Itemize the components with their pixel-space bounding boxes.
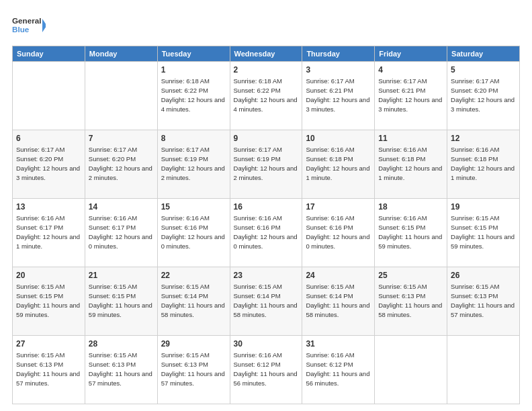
- day-number: 17: [306, 201, 371, 213]
- day-cell: 21Sunrise: 6:15 AM Sunset: 6:15 PM Dayli…: [85, 267, 157, 336]
- day-cell: 28Sunrise: 6:15 AM Sunset: 6:13 PM Dayli…: [85, 336, 157, 404]
- day-cell: 31Sunrise: 6:16 AM Sunset: 6:12 PM Dayli…: [302, 336, 375, 404]
- day-number: 7: [89, 133, 154, 144]
- day-info: Sunrise: 6:17 AM Sunset: 6:21 PM Dayligh…: [306, 77, 371, 113]
- week-row-3: 13Sunrise: 6:16 AM Sunset: 6:17 PM Dayli…: [13, 199, 520, 267]
- day-info: Sunrise: 6:16 AM Sunset: 6:12 PM Dayligh…: [306, 351, 371, 387]
- svg-text:General: General: [12, 16, 41, 25]
- day-info: Sunrise: 6:16 AM Sunset: 6:18 PM Dayligh…: [451, 145, 516, 182]
- col-header-tuesday: Tuesday: [157, 46, 230, 62]
- day-number: 28: [89, 338, 154, 350]
- day-number: 10: [306, 133, 371, 144]
- day-info: Sunrise: 6:17 AM Sunset: 6:19 PM Dayligh…: [234, 145, 299, 182]
- day-info: Sunrise: 6:15 AM Sunset: 6:13 PM Dayligh…: [16, 351, 81, 387]
- day-info: Sunrise: 6:15 AM Sunset: 6:14 PM Dayligh…: [161, 282, 226, 319]
- col-header-thursday: Thursday: [302, 46, 375, 62]
- day-info: Sunrise: 6:17 AM Sunset: 6:20 PM Dayligh…: [451, 77, 516, 113]
- day-cell: 10Sunrise: 6:16 AM Sunset: 6:18 PM Dayli…: [302, 130, 375, 199]
- day-cell: 8Sunrise: 6:17 AM Sunset: 6:19 PM Daylig…: [157, 130, 230, 199]
- day-cell: 9Sunrise: 6:17 AM Sunset: 6:19 PM Daylig…: [230, 130, 302, 199]
- day-cell: [447, 336, 520, 404]
- day-cell: 4Sunrise: 6:17 AM Sunset: 6:21 PM Daylig…: [375, 62, 447, 130]
- day-cell: 14Sunrise: 6:16 AM Sunset: 6:17 PM Dayli…: [85, 199, 157, 267]
- day-info: Sunrise: 6:16 AM Sunset: 6:18 PM Dayligh…: [306, 145, 371, 182]
- day-info: Sunrise: 6:15 AM Sunset: 6:13 PM Dayligh…: [89, 351, 154, 387]
- day-number: 12: [451, 133, 516, 144]
- day-number: 26: [451, 270, 516, 281]
- page: General Blue SundayMondayTuesdayWednesda…: [0, 0, 532, 411]
- day-info: Sunrise: 6:17 AM Sunset: 6:20 PM Dayligh…: [16, 145, 81, 182]
- col-header-wednesday: Wednesday: [230, 46, 302, 62]
- day-info: Sunrise: 6:18 AM Sunset: 6:22 PM Dayligh…: [161, 77, 226, 113]
- logo-svg: General Blue: [12, 12, 46, 39]
- day-number: 22: [161, 270, 226, 281]
- logo: General Blue: [12, 12, 46, 39]
- day-cell: 17Sunrise: 6:16 AM Sunset: 6:16 PM Dayli…: [302, 199, 375, 267]
- day-info: Sunrise: 6:15 AM Sunset: 6:13 PM Dayligh…: [161, 351, 226, 387]
- week-row-2: 6Sunrise: 6:17 AM Sunset: 6:20 PM Daylig…: [13, 130, 520, 199]
- col-header-sunday: Sunday: [13, 46, 85, 62]
- day-number: 25: [378, 270, 443, 281]
- day-info: Sunrise: 6:16 AM Sunset: 6:15 PM Dayligh…: [378, 214, 443, 250]
- day-info: Sunrise: 6:17 AM Sunset: 6:21 PM Dayligh…: [378, 77, 443, 113]
- day-number: 9: [234, 133, 299, 144]
- day-number: 13: [16, 201, 81, 213]
- day-cell: 3Sunrise: 6:17 AM Sunset: 6:21 PM Daylig…: [302, 62, 375, 130]
- day-info: Sunrise: 6:15 AM Sunset: 6:14 PM Dayligh…: [234, 282, 299, 319]
- day-number: 31: [306, 338, 371, 350]
- day-number: 30: [234, 338, 299, 350]
- day-number: 6: [16, 133, 81, 144]
- day-cell: 15Sunrise: 6:16 AM Sunset: 6:16 PM Dayli…: [157, 199, 230, 267]
- day-info: Sunrise: 6:17 AM Sunset: 6:19 PM Dayligh…: [161, 145, 226, 182]
- day-cell: 30Sunrise: 6:16 AM Sunset: 6:12 PM Dayli…: [230, 336, 302, 404]
- header-row: SundayMondayTuesdayWednesdayThursdayFrid…: [13, 46, 520, 62]
- svg-text:Blue: Blue: [12, 25, 30, 34]
- col-header-monday: Monday: [85, 46, 157, 62]
- day-number: 24: [306, 270, 371, 281]
- day-cell: 25Sunrise: 6:15 AM Sunset: 6:13 PM Dayli…: [375, 267, 447, 336]
- day-number: 15: [161, 201, 226, 213]
- day-info: Sunrise: 6:15 AM Sunset: 6:13 PM Dayligh…: [378, 282, 443, 319]
- week-row-1: 1Sunrise: 6:18 AM Sunset: 6:22 PM Daylig…: [13, 62, 520, 130]
- day-number: 16: [234, 201, 299, 213]
- day-number: 2: [234, 64, 299, 76]
- day-number: 18: [378, 201, 443, 213]
- day-number: 3: [306, 64, 371, 76]
- day-info: Sunrise: 6:16 AM Sunset: 6:17 PM Dayligh…: [89, 214, 154, 250]
- day-cell: 19Sunrise: 6:15 AM Sunset: 6:15 PM Dayli…: [447, 199, 520, 267]
- day-cell: 6Sunrise: 6:17 AM Sunset: 6:20 PM Daylig…: [13, 130, 85, 199]
- day-info: Sunrise: 6:15 AM Sunset: 6:15 PM Dayligh…: [89, 282, 154, 319]
- day-number: 8: [161, 133, 226, 144]
- day-info: Sunrise: 6:16 AM Sunset: 6:17 PM Dayligh…: [16, 214, 81, 250]
- day-cell: [85, 62, 157, 130]
- day-cell: 23Sunrise: 6:15 AM Sunset: 6:14 PM Dayli…: [230, 267, 302, 336]
- calendar-header: SundayMondayTuesdayWednesdayThursdayFrid…: [13, 46, 520, 62]
- day-cell: 29Sunrise: 6:15 AM Sunset: 6:13 PM Dayli…: [157, 336, 230, 404]
- day-info: Sunrise: 6:15 AM Sunset: 6:13 PM Dayligh…: [451, 282, 516, 319]
- day-cell: 7Sunrise: 6:17 AM Sunset: 6:20 PM Daylig…: [85, 130, 157, 199]
- day-number: 23: [234, 270, 299, 281]
- day-cell: 22Sunrise: 6:15 AM Sunset: 6:14 PM Dayli…: [157, 267, 230, 336]
- calendar-body: 1Sunrise: 6:18 AM Sunset: 6:22 PM Daylig…: [13, 62, 520, 404]
- day-info: Sunrise: 6:16 AM Sunset: 6:16 PM Dayligh…: [306, 214, 371, 250]
- day-cell: 12Sunrise: 6:16 AM Sunset: 6:18 PM Dayli…: [447, 130, 520, 199]
- col-header-saturday: Saturday: [447, 46, 520, 62]
- day-cell: 27Sunrise: 6:15 AM Sunset: 6:13 PM Dayli…: [13, 336, 85, 404]
- day-cell: 13Sunrise: 6:16 AM Sunset: 6:17 PM Dayli…: [13, 199, 85, 267]
- week-row-5: 27Sunrise: 6:15 AM Sunset: 6:13 PM Dayli…: [13, 336, 520, 404]
- day-number: 5: [451, 64, 516, 76]
- day-number: 1: [161, 64, 226, 76]
- day-info: Sunrise: 6:15 AM Sunset: 6:15 PM Dayligh…: [451, 214, 516, 250]
- day-cell: 11Sunrise: 6:16 AM Sunset: 6:18 PM Dayli…: [375, 130, 447, 199]
- svg-marker-2: [42, 19, 46, 32]
- day-cell: 5Sunrise: 6:17 AM Sunset: 6:20 PM Daylig…: [447, 62, 520, 130]
- week-row-4: 20Sunrise: 6:15 AM Sunset: 6:15 PM Dayli…: [13, 267, 520, 336]
- day-number: 4: [378, 64, 443, 76]
- day-cell: 1Sunrise: 6:18 AM Sunset: 6:22 PM Daylig…: [157, 62, 230, 130]
- day-info: Sunrise: 6:16 AM Sunset: 6:16 PM Dayligh…: [234, 214, 299, 250]
- day-info: Sunrise: 6:18 AM Sunset: 6:22 PM Dayligh…: [234, 77, 299, 113]
- day-cell: 20Sunrise: 6:15 AM Sunset: 6:15 PM Dayli…: [13, 267, 85, 336]
- col-header-friday: Friday: [375, 46, 447, 62]
- day-number: 19: [451, 201, 516, 213]
- day-cell: 16Sunrise: 6:16 AM Sunset: 6:16 PM Dayli…: [230, 199, 302, 267]
